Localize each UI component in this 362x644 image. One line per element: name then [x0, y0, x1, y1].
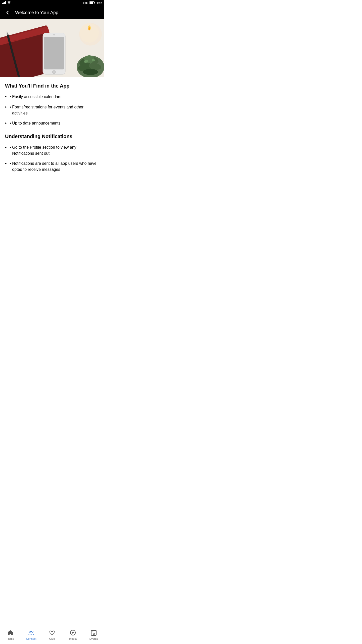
hero-image: [0, 19, 104, 77]
list-item-text: Forms/registrations for events and other…: [12, 104, 99, 116]
svg-point-30: [83, 69, 98, 75]
top-nav: Welcome to Your App: [0, 6, 104, 19]
list-item: • Easily accessible calendars: [5, 94, 99, 100]
notifications-list: • Go to the Profile section to view any …: [5, 144, 99, 173]
back-button[interactable]: [4, 9, 11, 16]
svg-rect-1: [3, 3, 4, 4]
hero-illustration: [0, 19, 104, 77]
content-area: What You'll Find in the App • Easily acc…: [0, 77, 104, 200]
svg-rect-7: [94, 2, 95, 3]
wifi-icon: [7, 1, 11, 5]
status-bar: LTE 1:12: [0, 0, 104, 6]
list-item-text: Notifications are sent to all app users …: [12, 160, 99, 173]
svg-rect-17: [44, 37, 64, 69]
svg-rect-3: [5, 1, 6, 4]
svg-point-23: [88, 27, 90, 30]
list-item: • Up to date announcements: [5, 120, 99, 127]
page-title: Welcome to Your App: [15, 10, 58, 15]
status-bar-left: [2, 1, 11, 5]
battery-icon: [89, 1, 95, 5]
list-item-text: Go to the Profile section to view any No…: [12, 144, 99, 156]
svg-point-19: [53, 34, 55, 35]
list-item: • Go to the Profile section to view any …: [5, 144, 99, 156]
features-list: • Easily accessible calendars • Forms/re…: [5, 94, 99, 127]
list-item-text: Easily accessible calendars: [12, 94, 61, 100]
section-title: What You'll Find in the App: [5, 83, 99, 89]
svg-rect-2: [4, 2, 5, 4]
signal-icon: [2, 1, 6, 5]
svg-rect-0: [2, 3, 3, 4]
svg-rect-6: [90, 2, 93, 4]
bullet-icon: •: [10, 144, 12, 150]
list-item-text: Up to date announcements: [12, 120, 60, 126]
status-bar-right: LTE 1:12: [83, 1, 102, 5]
list-item: • Forms/registrations for events and oth…: [5, 104, 99, 116]
bullet-icon: •: [10, 104, 12, 110]
bullet-icon: •: [10, 120, 12, 126]
svg-point-18: [52, 70, 56, 74]
time-display: 1:12: [97, 2, 102, 5]
list-item: • Notifications are sent to all app user…: [5, 160, 99, 173]
bullet-icon: •: [10, 160, 12, 167]
sub-section-title: Understanding Notifications: [5, 134, 99, 139]
bullet-icon: •: [10, 94, 12, 100]
lte-label: LTE: [83, 2, 88, 5]
svg-point-4: [9, 4, 9, 4]
